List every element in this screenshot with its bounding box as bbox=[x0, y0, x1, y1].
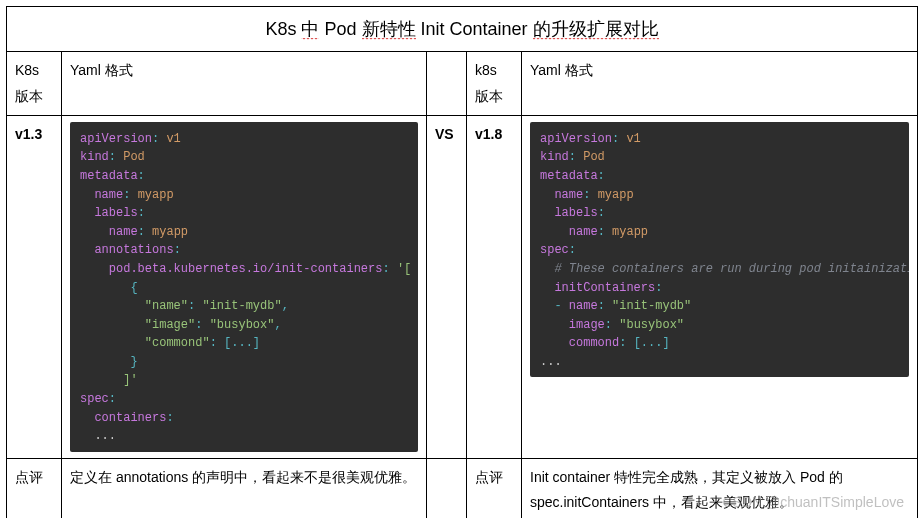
code-line: ... bbox=[80, 427, 408, 446]
code-line: apiVersion: v1 bbox=[540, 130, 899, 149]
code-line: metadata: bbox=[80, 167, 408, 186]
code-line: labels: bbox=[540, 204, 899, 223]
right-code-cell: apiVersion: v1kind: Podmetadata: name: m… bbox=[522, 115, 918, 458]
code-line: name: myapp bbox=[80, 186, 408, 205]
code-line: commond: [...] bbox=[540, 334, 899, 353]
code-line: name: myapp bbox=[540, 186, 899, 205]
table-title: K8s 中 Pod 新特性 Init Container 的升级扩展对比 bbox=[7, 7, 918, 52]
code-line: "commond": [...] bbox=[80, 334, 408, 353]
code-line: annotations: bbox=[80, 241, 408, 260]
code-line: { bbox=[80, 279, 408, 298]
header-row: K8s 版本 Yaml 格式 k8s 版本 Yaml 格式 bbox=[7, 52, 918, 115]
code-line: spec: bbox=[80, 390, 408, 409]
code-line: # These containers are run during pod in… bbox=[540, 260, 899, 279]
title-part: Pod bbox=[324, 19, 356, 39]
comment-spacer bbox=[427, 458, 467, 518]
right-version: v1.8 bbox=[467, 115, 522, 458]
code-line: metadata: bbox=[540, 167, 899, 186]
code-line: - name: "init-mydb" bbox=[540, 297, 899, 316]
code-line: "image": "busybox", bbox=[80, 316, 408, 335]
right-yaml-code: apiVersion: v1kind: Podmetadata: name: m… bbox=[530, 122, 909, 378]
code-line: ]' bbox=[80, 371, 408, 390]
code-line: } bbox=[80, 353, 408, 372]
comparison-table: K8s 中 Pod 新特性 Init Container 的升级扩展对比 K8s… bbox=[6, 6, 918, 518]
vs-cell: VS bbox=[427, 115, 467, 458]
left-comment-label: 点评 bbox=[7, 458, 62, 518]
title-part: 新特性 bbox=[362, 19, 416, 40]
code-line: pod.beta.kubernetes.io/init-containers: … bbox=[80, 260, 408, 279]
title-part: 中 bbox=[301, 19, 319, 40]
header-spacer bbox=[427, 52, 467, 115]
code-line: image: "busybox" bbox=[540, 316, 899, 335]
code-row: v1.3 apiVersion: v1kind: Podmetadata: na… bbox=[7, 115, 918, 458]
code-line: initContainers: bbox=[540, 279, 899, 298]
left-comment-text: 定义在 annotations 的声明中，看起来不是很美观优雅。 bbox=[62, 458, 427, 518]
comment-row: 点评 定义在 annotations 的声明中，看起来不是很美观优雅。 点评 I… bbox=[7, 458, 918, 518]
title-text: K8s 中 Pod 新特性 Init Container 的升级扩展对比 bbox=[265, 19, 658, 40]
header-right-yaml: Yaml 格式 bbox=[522, 52, 918, 115]
right-comment-label: 点评 bbox=[467, 458, 522, 518]
code-line: apiVersion: v1 bbox=[80, 130, 408, 149]
left-code-cell: apiVersion: v1kind: Podmetadata: name: m… bbox=[62, 115, 427, 458]
title-part: Init Container bbox=[421, 19, 528, 39]
code-line: "name": "init-mydb", bbox=[80, 297, 408, 316]
right-comment-text: Init container 特性完全成熟，其定义被放入 Pod 的 spec.… bbox=[522, 458, 918, 518]
code-line: containers: bbox=[80, 409, 408, 428]
code-line: ... bbox=[540, 353, 899, 372]
title-part: K8s bbox=[265, 19, 296, 39]
code-line: kind: Pod bbox=[80, 148, 408, 167]
header-left-yaml: Yaml 格式 bbox=[62, 52, 427, 115]
title-part: 的升级扩展对比 bbox=[533, 19, 659, 40]
left-version: v1.3 bbox=[7, 115, 62, 458]
code-line: spec: bbox=[540, 241, 899, 260]
header-left-version: K8s 版本 bbox=[7, 52, 62, 115]
code-line: kind: Pod bbox=[540, 148, 899, 167]
code-line: labels: bbox=[80, 204, 408, 223]
header-right-version: k8s 版本 bbox=[467, 52, 522, 115]
code-line: name: myapp bbox=[80, 223, 408, 242]
left-yaml-code: apiVersion: v1kind: Podmetadata: name: m… bbox=[70, 122, 418, 452]
code-line: name: myapp bbox=[540, 223, 899, 242]
